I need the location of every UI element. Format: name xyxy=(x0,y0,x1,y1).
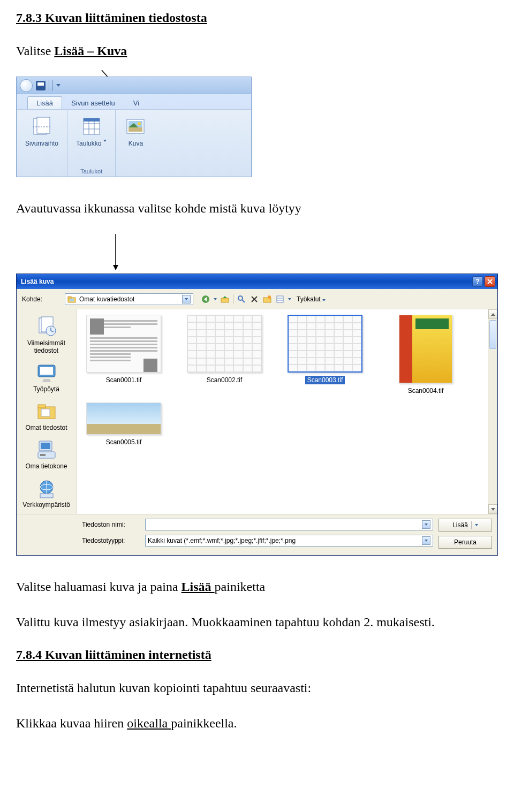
office-button-icon[interactable] xyxy=(20,79,33,92)
scroll-up-button[interactable] xyxy=(488,309,497,319)
svg-rect-45 xyxy=(38,405,46,408)
desktop-icon xyxy=(35,361,58,384)
ribbon-groups: Sivunvaihto Taulukko Taulukot Kuv xyxy=(17,109,251,177)
dropdown-button[interactable] xyxy=(182,295,191,303)
search-icon xyxy=(237,295,246,303)
ribbon-tab-insert[interactable]: Lisää xyxy=(27,96,62,109)
place-my-documents-label: Omat tiedostot xyxy=(25,424,67,431)
tools-menu[interactable]: Työkalut xyxy=(297,295,326,303)
dialog-bottom: Tiedoston nimi: Tiedostotyyppi: Kaikki k… xyxy=(17,514,497,555)
close-button[interactable] xyxy=(485,276,495,287)
scroll-thumb[interactable] xyxy=(489,320,496,349)
text: painikkeella. xyxy=(171,716,237,730)
new-folder-button[interactable] xyxy=(262,294,272,304)
table-label: Taulukko xyxy=(76,140,101,147)
chevron-down-icon[interactable] xyxy=(56,84,61,87)
dropdown-button[interactable] xyxy=(422,536,430,545)
page-break-button[interactable]: Sivunvaihto xyxy=(22,113,62,149)
group-title-pages xyxy=(41,167,42,176)
filetype-combobox[interactable]: Kaikki kuvat (*.emf;*.wmf;*.jpg;*.jpeg;*… xyxy=(145,535,433,547)
picture-button[interactable]: Kuva xyxy=(121,113,150,149)
insert-button[interactable]: Lisää xyxy=(439,519,492,532)
qat-separator xyxy=(49,80,53,91)
group-title-illustrations xyxy=(135,167,137,176)
svg-rect-22 xyxy=(70,299,74,301)
svg-rect-50 xyxy=(40,454,46,456)
page-break-icon xyxy=(31,115,53,138)
search-button[interactable] xyxy=(237,294,246,304)
svg-rect-15 xyxy=(128,127,142,132)
place-my-documents[interactable]: Omat tiedostot xyxy=(17,397,76,434)
paragraph-press-insert: Valitse haluamasi kuva ja paina Lisää pa… xyxy=(16,577,498,596)
place-my-computer[interactable]: Oma tietokone xyxy=(17,436,76,472)
file-thumbnail xyxy=(187,315,262,373)
file-thumbnail xyxy=(288,315,362,373)
svg-rect-46 xyxy=(41,409,50,416)
file-item[interactable]: Scan0005.tif xyxy=(81,403,167,446)
paragraph-right-click: Klikkaa kuvaa hiiren oikealla painikkeel… xyxy=(16,714,498,733)
chevron-down-icon[interactable] xyxy=(288,298,291,300)
place-desktop-label: Työpöytä xyxy=(33,385,59,393)
file-name: Scan0004.tif xyxy=(406,386,446,395)
picture-icon xyxy=(124,115,147,138)
file-item[interactable]: Scan0001.tif xyxy=(81,315,167,395)
button-name-insert: Lisää xyxy=(182,580,215,594)
back-button[interactable] xyxy=(201,294,210,304)
separator xyxy=(233,294,233,304)
ribbon-tabs: Lisää Sivun asettelu Vi xyxy=(17,94,251,109)
recent-documents-icon xyxy=(35,315,58,338)
file-item[interactable]: Scan0002.tif xyxy=(182,315,267,395)
svg-rect-25 xyxy=(221,298,229,302)
page-break-label: Sivunvaihto xyxy=(25,140,58,147)
chevron-down-icon xyxy=(103,140,107,142)
pointer-arrow-to-location-field xyxy=(110,234,121,271)
help-button[interactable]: ? xyxy=(472,276,483,287)
svg-rect-10 xyxy=(84,118,100,122)
filename-input[interactable] xyxy=(145,519,433,530)
scroll-down-button[interactable] xyxy=(488,504,497,514)
table-icon xyxy=(80,115,103,138)
delete-button[interactable] xyxy=(250,294,259,304)
chevron-up-icon xyxy=(491,313,495,316)
chevron-down-icon xyxy=(322,299,326,301)
chevron-down-icon[interactable] xyxy=(214,298,217,300)
screenshot-insert-picture-dialog: Lisää kuva ? Kohde: Omat kuvatiedostot T… xyxy=(16,274,498,556)
cancel-button[interactable]: Peruuta xyxy=(439,536,492,549)
location-combobox[interactable]: Omat kuvatiedostot xyxy=(65,293,193,305)
my-computer-icon xyxy=(35,438,58,461)
dialog-titlebar: Lisää kuva ? xyxy=(17,274,497,289)
svg-marker-26 xyxy=(223,296,227,298)
place-recent[interactable]: Viimeisimmät tiedostot xyxy=(17,313,76,356)
dropdown-button[interactable] xyxy=(422,520,430,529)
filetype-value: Kaikki kuvat (*.emf;*.wmf;*.jpg;*.jpeg;*… xyxy=(148,537,296,544)
file-item-selected[interactable]: Scan0003.tif xyxy=(282,315,368,395)
file-name: Scan0005.tif xyxy=(104,438,144,446)
views-icon xyxy=(276,295,284,303)
place-desktop[interactable]: Työpöytä xyxy=(17,359,76,395)
separator xyxy=(471,521,472,529)
paragraph-image-appears: Valittu kuva ilmestyy asiakirjaan. Muokk… xyxy=(16,612,498,632)
save-icon[interactable] xyxy=(36,81,46,90)
up-one-level-button[interactable] xyxy=(220,294,230,304)
filename-label: Tiedoston nimi: xyxy=(82,521,141,528)
paragraph-select-location: Avautuvassa ikkunassa valitse kohde mist… xyxy=(16,199,498,218)
paragraph-choose-insert: Valitse Lisää – Kuva xyxy=(16,41,498,60)
chevron-down-icon xyxy=(185,298,188,300)
network-icon xyxy=(35,476,58,500)
svg-rect-48 xyxy=(41,443,50,449)
file-item[interactable]: Scan0004.tif xyxy=(383,315,468,395)
ribbon-tab-page-layout[interactable]: Sivun asettelu xyxy=(62,96,124,109)
place-network[interactable]: Verkkoympäristö xyxy=(17,474,76,511)
heading-783: 7.8.3 Kuvan liittäminen tiedostosta xyxy=(16,11,498,25)
views-button[interactable] xyxy=(275,294,285,304)
file-name: Scan0003.tif xyxy=(305,376,345,384)
file-list[interactable]: Scan0001.tif Scan0002.tif Scan0003.tif S… xyxy=(77,309,497,514)
table-button[interactable]: Taulukko xyxy=(73,113,110,149)
menu-path-insert-picture: Lisää – Kuva xyxy=(54,44,127,58)
ribbon-tab-truncated[interactable]: Vi xyxy=(124,96,148,109)
quick-access-toolbar xyxy=(17,77,251,94)
svg-rect-54 xyxy=(40,494,53,498)
svg-rect-42 xyxy=(40,367,53,375)
scrollbar[interactable] xyxy=(488,309,497,514)
dialog-title: Lisää kuva xyxy=(21,278,54,285)
